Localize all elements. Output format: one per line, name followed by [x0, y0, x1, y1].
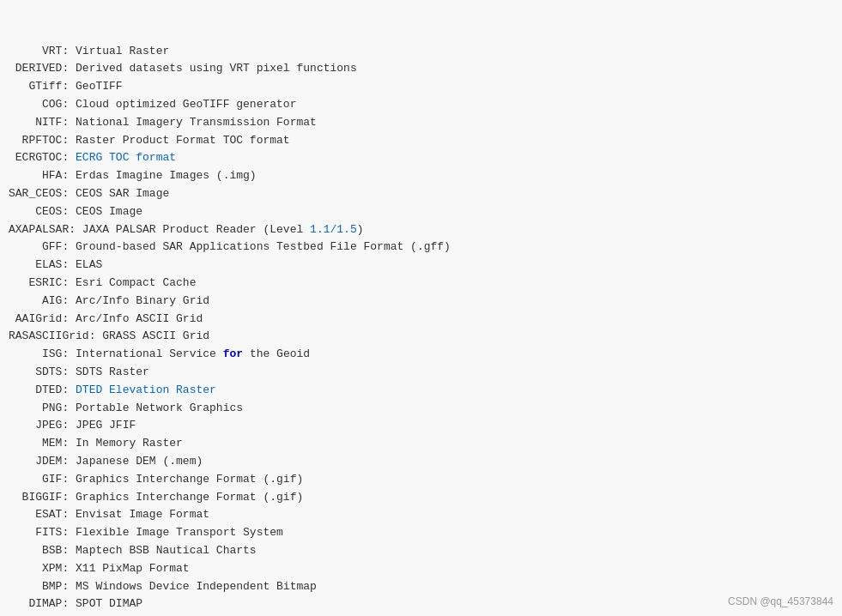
list-item: ECRGTOC: ECRG TOC format [9, 149, 833, 167]
list-item: BSB: Maptech BSB Nautical Charts [9, 542, 833, 560]
list-item: MEM: In Memory Raster [9, 435, 833, 453]
list-item: BIGGIF: Graphics Interchange Format (.gi… [9, 489, 833, 507]
format-label: DTED [9, 382, 62, 400]
separator: : [62, 597, 76, 610]
separator: : [62, 116, 76, 129]
format-description: Esri Compact Cache [76, 276, 196, 289]
format-description: Virtual Raster [76, 45, 169, 57]
format-description: National Imagery Transmission Format [76, 116, 317, 129]
keyword: for [223, 347, 243, 360]
format-description: Japanese DEM (.mem) [76, 455, 203, 468]
format-description: Graphics Interchange Format (.gif) [76, 491, 303, 504]
format-description: Derived datasets using VRT pixel functio… [76, 62, 357, 75]
separator: : [62, 419, 76, 432]
list-item: SAR_CEOS: CEOS SAR Image [9, 185, 833, 203]
format-description: ELAS [76, 258, 102, 271]
separator: : [62, 562, 76, 575]
separator: : [62, 169, 76, 182]
separator: : [62, 491, 76, 504]
format-description: International Service [76, 347, 223, 360]
list-item: DIMAP: SPOT DIMAP [9, 595, 833, 613]
format-description: Maptech BSB Nautical Charts [76, 544, 257, 557]
list-item: JDEM: Japanese DEM (.mem) [9, 453, 833, 471]
format-label: DIMAP [9, 595, 62, 613]
list-item: PNG: Portable Network Graphics [9, 400, 833, 418]
list-item: RASASCIIGrid: GRASS ASCII Grid [9, 328, 833, 346]
format-description: Arc/Info Binary Grid [76, 294, 209, 307]
separator: : [62, 62, 76, 75]
format-label: RASASCIIGrid [9, 328, 89, 346]
format-description: CEOS Image [76, 205, 142, 218]
format-description: CEOS SAR Image [76, 187, 169, 200]
format-description: X11 PixMap Format [76, 562, 190, 575]
format-description: JPEG JFIF [76, 419, 136, 432]
format-label: ESAT [9, 506, 62, 524]
format-label: BIGGIF [9, 489, 62, 507]
format-label: JDEM [9, 453, 62, 471]
format-description: MS Windows Device Independent Bitmap [76, 580, 317, 593]
separator: : [62, 80, 76, 93]
list-item: SDTS: SDTS Raster [9, 364, 833, 382]
format-description: Graphics Interchange Format (.gif) [76, 473, 303, 486]
list-item: NITF: National Imagery Transmission Form… [9, 114, 833, 132]
format-description: Cloud optimized GeoTIFF generator [76, 98, 296, 111]
separator: : [69, 223, 82, 236]
separator: : [62, 365, 76, 378]
format-label: AIG [9, 293, 62, 311]
format-description: Arc/Info ASCII Grid [76, 312, 203, 325]
format-version: 1.1/1.5 [310, 223, 357, 236]
list-item: GIF: Graphics Interchange Format (.gif) [9, 471, 833, 489]
list-item: BMP: MS Windows Device Independent Bitma… [9, 578, 833, 596]
list-item: RPFTOC: Raster Product Format TOC format [9, 132, 833, 150]
format-description: GRASS ASCII Grid [102, 329, 209, 342]
format-label: AXAPALSAR [9, 221, 69, 239]
list-item: ELAS: ELAS [9, 257, 833, 275]
format-label: XPM [9, 560, 62, 578]
separator: : [62, 580, 76, 593]
list-item: GTiff: GeoTIFF [9, 78, 833, 96]
format-description: GeoTIFF [76, 80, 123, 93]
format-label: SDTS [9, 364, 62, 382]
separator: : [62, 312, 76, 325]
list-item: FITS: Flexible Image Transport System [9, 524, 833, 542]
list-item: GFF: Ground-based SAR Applications Testb… [9, 239, 833, 257]
format-description: Flexible Image Transport System [76, 526, 283, 539]
format-description: ECRG TOC format [76, 151, 176, 164]
format-label: SAR_CEOS [9, 185, 62, 203]
separator: : [62, 508, 76, 521]
format-label: AAIGrid [9, 311, 62, 329]
separator: : [62, 437, 76, 450]
format-description-after: the Geoid [243, 347, 310, 360]
separator: : [62, 98, 76, 111]
list-item: AIG: Arc/Info Binary Grid [9, 293, 833, 311]
separator: : [62, 347, 76, 360]
separator: : [62, 276, 76, 289]
list-item: XPM: X11 PixMap Format [9, 560, 833, 578]
format-label: MEM [9, 435, 62, 453]
format-label: CEOS [9, 203, 62, 221]
format-label: BMP [9, 578, 62, 596]
list-item: AXAPALSAR: JAXA PALSAR Product Reader (L… [9, 221, 833, 239]
separator: : [62, 45, 76, 57]
separator: : [62, 187, 76, 200]
format-label: FITS [9, 524, 62, 542]
separator: : [89, 329, 103, 342]
format-label: ESRIC [9, 275, 62, 293]
format-description: Erdas Imagine Images (.img) [76, 169, 257, 182]
format-label: ELAS [9, 257, 62, 275]
format-label: COG [9, 96, 62, 114]
separator: : [62, 383, 76, 396]
format-description: In Memory Raster [76, 437, 183, 450]
format-label: GFF [9, 239, 62, 257]
format-description: Portable Network Graphics [76, 402, 243, 414]
list-item: DERIVED: Derived datasets using VRT pixe… [9, 60, 833, 78]
list-item: AAIGrid: Arc/Info ASCII Grid [9, 311, 833, 329]
list-item: CEOS: CEOS Image [9, 203, 833, 221]
format-label: RPFTOC [9, 132, 62, 150]
separator: : [62, 205, 76, 218]
watermark: CSDN @qq_45373844 [728, 595, 833, 607]
format-label: VRT [9, 43, 62, 61]
format-description: JAXA PALSAR Product Reader (Level [82, 223, 310, 236]
format-label: ISG [9, 346, 62, 364]
list-item: DTED: DTED Elevation Raster [9, 382, 833, 400]
